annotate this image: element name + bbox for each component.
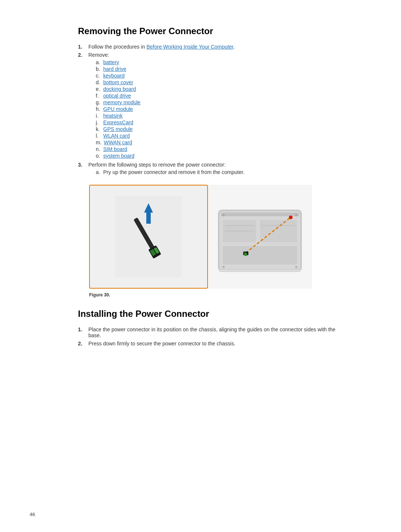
link-expresscard[interactable]: ExpressCard <box>103 119 133 125</box>
svg-point-17 <box>289 216 293 219</box>
install-step-2-content: Press down firmly to secure the power co… <box>88 341 338 347</box>
subitem-m: m.WWAN card <box>96 139 338 145</box>
section-title-removing: Removing the Power Connector <box>78 26 338 36</box>
link-wwan-card[interactable]: WWAN card <box>104 139 132 145</box>
link-system-board[interactable]: system board <box>103 153 134 159</box>
install-step-1: 1. Place the power connector in its posi… <box>78 326 338 338</box>
installing-steps: 1. Place the power connector in its posi… <box>78 326 338 347</box>
link-optical-drive[interactable]: optical drive <box>103 93 131 99</box>
figure-side-image <box>208 185 312 289</box>
step-1: 1. Follow the procedures in Before Worki… <box>78 44 338 50</box>
page-content: Removing the Power Connector 1. Follow t… <box>48 0 353 380</box>
link-docking-board[interactable]: docking board <box>103 86 136 92</box>
page-number: 46 <box>30 512 35 517</box>
step-2-content: Remove: a.battery b.hard drive c.keyboar… <box>88 52 338 160</box>
link-keyboard[interactable]: keyboard <box>103 73 125 79</box>
figure-main-image <box>89 185 208 289</box>
step-2-num: 2. <box>78 52 85 58</box>
step3-subitem-a-text: Pry up the power connector and remove it… <box>103 169 245 175</box>
subitem-b: b.hard drive <box>96 66 338 72</box>
subitem-a: a.battery <box>96 59 338 65</box>
link-heatsink[interactable]: heatsink <box>103 113 123 119</box>
svg-point-18 <box>244 253 247 256</box>
svg-point-20 <box>222 214 225 216</box>
subitem-h: h.GPU module <box>96 106 338 112</box>
subitem-o: o.system board <box>96 153 338 159</box>
section-title-installing: Installing the Power Connector <box>78 309 338 319</box>
subitem-k: k.GPS module <box>96 126 338 132</box>
step-1-text: Follow the procedures in <box>88 44 146 50</box>
install-step-2: 2. Press down firmly to secure the power… <box>78 341 338 347</box>
step-3-content: Perform the following steps to remove th… <box>88 162 338 176</box>
link-sim-board[interactable]: SIM board <box>103 146 127 152</box>
install-step-2-num: 2. <box>78 341 85 347</box>
step-1-after: . <box>233 44 235 50</box>
subitem-l: l.WLAN card <box>96 133 338 139</box>
removing-steps: 1. Follow the procedures in Before Worki… <box>78 44 338 176</box>
installing-section: Installing the Power Connector 1. Place … <box>78 309 338 347</box>
step-1-num: 1. <box>78 44 85 50</box>
subitem-i: i.heatsink <box>96 113 338 119</box>
figure-caption: Figure 30. <box>89 292 338 298</box>
step-3: 3. Perform the following steps to remove… <box>78 162 338 176</box>
step3-sublist: a. Pry up the power connector and remove… <box>88 169 338 175</box>
subitem-j: j.ExpressCard <box>96 119 338 125</box>
step-2: 2. Remove: a.battery b.hard drive c.keyb… <box>78 52 338 160</box>
svg-point-23 <box>295 266 297 268</box>
step-3-text: Perform the following steps to remove th… <box>88 162 226 168</box>
subitem-n: n.SIM board <box>96 146 338 152</box>
install-step-1-content: Place the power connector in its positio… <box>88 326 338 338</box>
step-3-num: 3. <box>78 162 85 168</box>
subitem-c: c.keyboard <box>96 73 338 79</box>
link-gps-module[interactable]: GPS module <box>103 126 133 132</box>
subitem-d: d.bottom cover <box>96 79 338 85</box>
subitem-g: g.memory module <box>96 99 338 105</box>
svg-point-21 <box>295 214 297 216</box>
subitem-e: e.docking board <box>96 86 338 92</box>
svg-point-22 <box>222 266 225 268</box>
step-2-text: Remove: <box>88 52 109 58</box>
laptop-illustration <box>212 188 308 285</box>
step3-subitem-a: a. Pry up the power connector and remove… <box>96 169 338 175</box>
link-hard-drive[interactable]: hard drive <box>103 66 126 72</box>
remove-sublist: a.battery b.hard drive c.keyboard d.bott… <box>88 59 338 159</box>
link-battery[interactable]: battery <box>103 59 119 65</box>
subitem-f: f.optical drive <box>96 93 338 99</box>
link-wlan-card[interactable]: WLAN card <box>103 133 130 139</box>
connector-illustration <box>111 192 186 281</box>
link-bottom-cover[interactable]: bottom cover <box>103 79 133 85</box>
svg-rect-10 <box>223 246 297 265</box>
before-working-link[interactable]: Before Working Inside Your Computer <box>146 44 233 50</box>
figure-container <box>89 185 338 289</box>
step-1-content: Follow the procedures in Before Working … <box>88 44 338 50</box>
install-step-1-num: 1. <box>78 326 85 332</box>
link-memory-module[interactable]: memory module <box>103 99 140 105</box>
svg-rect-7 <box>221 213 299 216</box>
link-gpu-module[interactable]: GPU module <box>103 106 133 112</box>
svg-rect-9 <box>260 220 297 242</box>
